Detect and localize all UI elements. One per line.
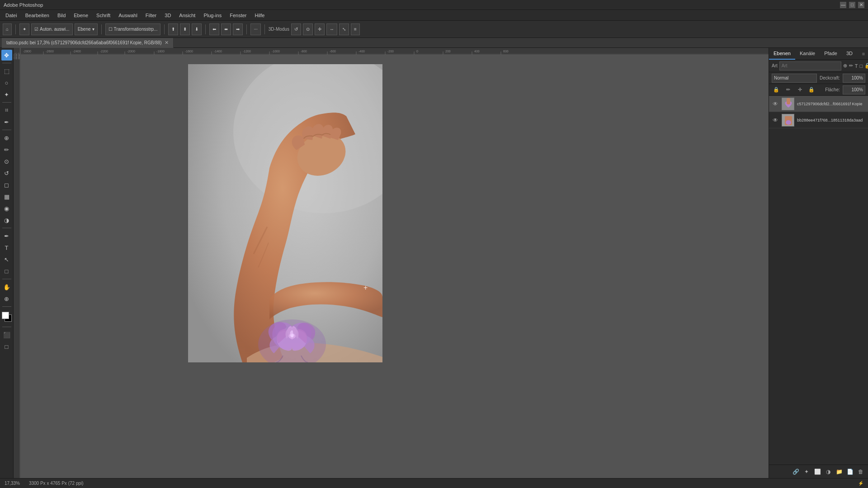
menu-bild[interactable]: Bild: [54, 12, 69, 19]
lock-all-icon[interactable]: 🔒: [807, 85, 816, 94]
panel-text-icon[interactable]: T: [855, 61, 858, 70]
close-button[interactable]: ✕: [858, 2, 864, 8]
layer-item-2[interactable]: 👁 bb288ee471f768...18511318da3aad: [769, 112, 868, 128]
tool-screen-mode[interactable]: □: [1, 341, 12, 352]
menu-fenster[interactable]: Fenster: [226, 12, 250, 19]
color-swatches[interactable]: [1, 311, 13, 324]
scale-3d-button[interactable]: ⤡: [339, 23, 349, 35]
menu-schrift[interactable]: Schrift: [93, 12, 114, 19]
menu-3d[interactable]: 3D: [161, 12, 175, 19]
tool-zoom[interactable]: ⊕: [1, 293, 12, 304]
layer-item-1[interactable]: 👁 c571297906dcfd2...f0661691f Kopie: [769, 96, 868, 112]
tool-blur[interactable]: ◉: [1, 203, 12, 214]
align-center-v-button[interactable]: ⬍: [180, 23, 190, 35]
tool-quick-mask[interactable]: ⬛: [1, 329, 12, 340]
tool-dodge[interactable]: ◑: [1, 215, 12, 225]
align-bottom-button[interactable]: ⬇: [192, 23, 202, 35]
tool-hand[interactable]: ✋: [1, 282, 12, 292]
status-bar: 17,33% 3300 Px x 4765 Px (72 ppi) ⚡: [0, 478, 868, 488]
align-right-button[interactable]: ➡: [233, 23, 243, 35]
extra-3d-button[interactable]: ≡: [351, 23, 360, 35]
pan-3d-button[interactable]: ✛: [315, 23, 325, 35]
tab-kanaele[interactable]: Kanäle: [795, 48, 820, 60]
slide-3d-button[interactable]: ↔: [326, 23, 337, 35]
align-center-h-button[interactable]: ⬌: [221, 23, 231, 35]
panel-lock-icon[interactable]: 🔒: [864, 61, 868, 70]
new-group-button[interactable]: 📁: [835, 467, 844, 476]
align-left-button[interactable]: ⬅: [209, 23, 219, 35]
menu-bearbeiten[interactable]: Bearbeiten: [22, 12, 53, 19]
fill-input[interactable]: [843, 85, 865, 94]
lock-position-icon[interactable]: ✛: [795, 85, 804, 94]
new-adjustment-button[interactable]: ◑: [824, 467, 833, 476]
menu-auswahl[interactable]: Auswahl: [115, 12, 141, 19]
tool-text[interactable]: T: [1, 242, 12, 253]
tool-eyedropper[interactable]: ✒: [1, 117, 12, 127]
panel-new-icon[interactable]: ⊕: [843, 61, 847, 70]
maximize-button[interactable]: □: [849, 2, 855, 8]
layer-visibility-2[interactable]: 👁: [772, 117, 779, 124]
canvas-scroll-area[interactable]: +: [21, 55, 769, 478]
align-top-button[interactable]: ⬆: [168, 23, 178, 35]
add-mask-button[interactable]: ⬜: [813, 467, 822, 476]
options-button[interactable]: ✦: [19, 23, 29, 35]
ruler-left: -2800 -2600 -2400 -2200 -2000 -1800 -160…: [14, 48, 21, 478]
panel-edit-icon[interactable]: ✏: [849, 61, 853, 70]
panel-collapse-button[interactable]: ≡: [859, 48, 868, 60]
panel-shape-icon[interactable]: □: [860, 61, 863, 70]
layer-visibility-1[interactable]: 👁: [772, 100, 779, 108]
document-filename: tattoo.psdc bei 17,3% (c571297906dcfd266…: [6, 40, 162, 45]
tool-crop[interactable]: ⌗: [1, 105, 12, 116]
menu-ansicht[interactable]: Ansicht: [175, 12, 199, 19]
tool-eraser[interactable]: ◻: [1, 179, 12, 190]
tool-pen[interactable]: ✒: [1, 230, 12, 241]
tool-move[interactable]: ✥: [1, 50, 12, 61]
tool-lasso[interactable]: ○: [1, 77, 12, 88]
toolbar-separator-4: [205, 24, 206, 34]
foreground-color-swatch[interactable]: [2, 312, 9, 319]
delete-layer-button[interactable]: 🗑: [856, 467, 865, 476]
link-layers-button[interactable]: 🔗: [791, 467, 800, 476]
lock-transparency-icon[interactable]: 🔒: [772, 85, 781, 94]
tool-heal[interactable]: ⊕: [1, 132, 12, 143]
orbit-3d-button[interactable]: ⊙: [303, 23, 313, 35]
tab-3d[interactable]: 3D: [842, 48, 857, 60]
tool-gradient[interactable]: ▦: [1, 191, 12, 202]
auto-label: Auton. auswi...: [40, 27, 70, 32]
tab-ebenen[interactable]: Ebenen: [769, 48, 795, 60]
opacity-input[interactable]: [843, 74, 865, 83]
tool-brush[interactable]: ✏: [1, 144, 12, 155]
checkbox-transform[interactable]: ☐ Transformationsstrp...: [105, 23, 161, 35]
home-button[interactable]: ⌂: [3, 23, 12, 35]
menu-hilfe[interactable]: Hilfe: [251, 12, 268, 19]
more-button[interactable]: ···: [250, 23, 260, 35]
tool-quick-select[interactable]: ✦: [1, 89, 12, 100]
left-tools-panel: ✥ ⬚ ○ ✦ ⌗ ✒ ⊕ ✏ ⊙ ↺ ◻ ▦ ◉ ◑ ✒ T ↖ □ ✋ ⊕ …: [0, 48, 14, 478]
minimize-button[interactable]: —: [840, 2, 846, 8]
ebene-dropdown[interactable]: Ebene ▾: [75, 23, 98, 35]
add-style-button[interactable]: ✦: [802, 467, 811, 476]
tab-pfade[interactable]: Pfade: [820, 48, 842, 60]
new-layer-button[interactable]: 📄: [845, 467, 854, 476]
toolbar-separator-6: [264, 24, 265, 34]
auto-select-button[interactable]: ☑ Auton. auswi...: [31, 23, 73, 35]
tool-marquee[interactable]: ⬚: [1, 66, 12, 76]
menu-filter[interactable]: Filter: [142, 12, 160, 19]
menu-datei[interactable]: Datei: [2, 12, 21, 19]
title-bar-controls[interactable]: — □ ✕: [840, 2, 864, 8]
tool-history-brush[interactable]: ↺: [1, 168, 12, 178]
lock-image-icon[interactable]: ✏: [783, 85, 793, 94]
tool-shape[interactable]: □: [1, 266, 12, 277]
layer-search-input[interactable]: [779, 61, 841, 70]
tool-path-select[interactable]: ↖: [1, 254, 12, 265]
menu-plugins[interactable]: Plug-ins: [200, 12, 225, 19]
filter-label: Art: [772, 63, 778, 68]
canvas-image: +: [188, 64, 382, 362]
menu-ebene[interactable]: Ebene: [70, 12, 92, 19]
rotate-3d-button[interactable]: ↺: [291, 23, 301, 35]
tool-stamp[interactable]: ⊙: [1, 156, 12, 167]
blend-mode-select[interactable]: Normal Multiplizieren Überblenden Weiche…: [772, 74, 817, 83]
svg-point-48: [786, 120, 791, 125]
document-tab[interactable]: tattoo.psdc bei 17,3% (c571297906dcfd266…: [2, 38, 174, 48]
document-close-button[interactable]: ✕: [165, 40, 169, 46]
